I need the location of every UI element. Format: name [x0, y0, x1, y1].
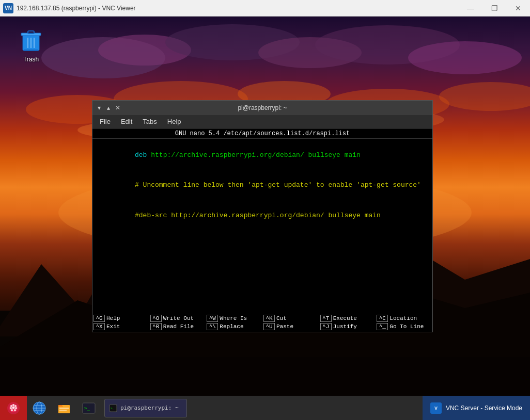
term-close-btn[interactable]: ✕ — [114, 104, 121, 112]
shortcut-replace-key: ^\ — [207, 323, 218, 330]
nano-line-2: # Uncomment line below then 'apt-get upd… — [95, 170, 430, 201]
terminal-titlebar: ▾ ▴ ✕ pi@raspberrypi: ~ — [92, 101, 432, 115]
vnc-titlebar: VN 192.168.137.85 (raspberrypi) - VNC Vi… — [0, 0, 530, 17]
shortcut-replace-label: Replace — [220, 324, 243, 330]
shortcut-execute[interactable]: ^T Execute — [319, 314, 376, 322]
shortcut-execute-key: ^T — [320, 315, 332, 322]
shortcut-gotoline-key: ^_ — [377, 323, 388, 330]
terminal-task-label: pi@raspberrypi: ~ — [120, 405, 179, 411]
svg-point-37 — [15, 407, 17, 409]
task-terminal-icon: >_ — [109, 404, 117, 412]
nano-line-3-text: #deb-src http://archive.raspberrypi.org/… — [135, 212, 381, 219]
shortcut-paste[interactable]: ^U Paste — [262, 322, 319, 331]
shortcut-whereis[interactable]: ^W Where Is — [206, 314, 262, 322]
svg-text:>_: >_ — [111, 406, 115, 410]
nano-line-1: deb http://archive.raspberrypi.org/debia… — [95, 140, 430, 170]
shortcut-gotoline[interactable]: ^_ Go To Line — [376, 322, 432, 331]
nano-line-3: #deb-src http://archive.raspberrypi.org/… — [95, 200, 430, 227]
shortcut-justify-key: ^J — [320, 323, 332, 330]
shortcut-help-key: ^G — [93, 315, 105, 322]
nano-line-1-part2: http://archive.raspberrypi.org/debian/ b… — [151, 151, 361, 159]
minimize-button[interactable]: — — [459, 0, 482, 17]
shortcut-paste-label: Paste — [276, 324, 293, 330]
filemanager-button[interactable] — [52, 396, 76, 420]
vnc-title: 192.168.137.85 (raspberrypi) - VNC Viewe… — [17, 5, 459, 12]
taskbar: >_ >_ pi@raspberrypi: ~ V VNC Server - S… — [0, 396, 530, 420]
desktop: Trash ▾ ▴ ✕ pi@raspberrypi: ~ File Edit … — [0, 17, 530, 396]
browser-icon — [32, 401, 46, 415]
shortcut-exit[interactable]: ^X Exit — [92, 322, 149, 331]
nano-line-2-text: # Uncomment line below then 'apt-get upd… — [135, 181, 421, 189]
term-maximize-btn[interactable]: ▴ — [105, 104, 112, 112]
shortcut-location[interactable]: ^C Location — [376, 314, 432, 322]
shortcut-writeout-label: Write Out — [163, 315, 194, 321]
nano-footer: ^G Help ^O Write Out ^W Where Is ^K Cut — [92, 313, 432, 332]
menu-tabs[interactable]: Tabs — [137, 118, 162, 125]
maximize-button[interactable]: ❐ — [482, 0, 506, 17]
shortcut-execute-label: Execute — [333, 315, 357, 321]
shortcut-gotoline-label: Go To Line — [389, 324, 424, 330]
shortcut-whereis-key: ^W — [207, 315, 218, 322]
nano-shortcut-row-2: ^X Exit ^R Read File ^\ Replace ^U Paste — [92, 322, 432, 331]
close-button[interactable]: ✕ — [506, 0, 530, 17]
nano-editor[interactable]: GNU nano 5.4 /etc/apt/sources.list.d/ras… — [92, 128, 432, 332]
shortcut-help[interactable]: ^G Help — [92, 314, 149, 322]
shortcut-whereis-label: Where Is — [220, 315, 247, 321]
raspberry-menu-button[interactable] — [0, 396, 27, 420]
shortcut-cut-key: ^K — [263, 315, 275, 322]
terminal-menubar: File Edit Tabs Help — [92, 115, 432, 128]
trash-icon-svg — [19, 27, 43, 54]
vnc-server-text: VNC Server - Service Mode — [446, 405, 522, 412]
nano-header: GNU nano 5.4 /etc/apt/sources.list.d/ras… — [92, 128, 432, 139]
svg-text:>_: >_ — [84, 406, 90, 411]
shortcut-justify[interactable]: ^J Justify — [319, 322, 376, 331]
svg-point-38 — [11, 409, 13, 411]
svg-point-35 — [10, 407, 12, 409]
svg-rect-19 — [0, 357, 530, 396]
svg-point-36 — [12, 406, 15, 409]
shortcut-writeout[interactable]: ^O Write Out — [149, 314, 206, 322]
vnc-server-label[interactable]: V VNC Server - Service Mode — [423, 396, 530, 420]
svg-rect-47 — [59, 408, 69, 409]
svg-rect-48 — [59, 410, 67, 411]
vnc-logo: VN — [3, 3, 13, 13]
shortcut-justify-label: Justify — [333, 324, 357, 330]
nano-empty-space — [92, 227, 432, 313]
trash-icon[interactable]: Trash — [13, 27, 49, 63]
browser-button[interactable] — [27, 396, 52, 420]
svg-point-33 — [12, 404, 14, 406]
svg-point-34 — [14, 405, 17, 407]
shortcut-writeout-key: ^O — [150, 315, 162, 322]
shortcut-help-label: Help — [106, 315, 120, 321]
nano-line-1-part1: deb — [135, 151, 151, 159]
svg-rect-29 — [24, 50, 38, 51]
menu-help[interactable]: Help — [162, 118, 186, 125]
shortcut-cut-label: Cut — [276, 315, 287, 321]
terminal-task-button[interactable]: >_ pi@raspberrypi: ~ — [101, 396, 190, 420]
svg-rect-28 — [28, 31, 34, 34]
shortcut-exit-key: ^X — [93, 323, 105, 330]
terminal-title: pi@raspberrypi: ~ — [121, 104, 403, 111]
term-minimize-btn[interactable]: ▾ — [96, 104, 103, 112]
terminal-window: ▾ ▴ ✕ pi@raspberrypi: ~ File Edit Tabs H… — [92, 100, 433, 332]
shortcut-cut[interactable]: ^K Cut — [262, 314, 319, 322]
nano-content[interactable]: deb http://archive.raspberrypi.org/debia… — [92, 139, 432, 227]
shortcut-location-key: ^C — [377, 315, 388, 322]
vnc-server-logo: V — [430, 402, 442, 414]
raspberry-icon — [6, 401, 21, 415]
shortcut-readfile[interactable]: ^R Read File — [149, 322, 206, 331]
svg-point-6 — [408, 41, 522, 74]
filemanager-icon — [57, 401, 71, 415]
shortcut-readfile-key: ^R — [150, 323, 162, 330]
terminal-icon: >_ — [82, 401, 96, 415]
menu-file[interactable]: File — [95, 118, 116, 125]
window-controls: — ❐ ✕ — [459, 0, 530, 16]
shortcut-paste-key: ^U — [263, 323, 275, 330]
shortcut-location-label: Location — [389, 315, 417, 321]
shortcut-replace[interactable]: ^\ Replace — [206, 322, 262, 331]
shortcut-exit-label: Exit — [106, 324, 120, 330]
menu-edit[interactable]: Edit — [116, 118, 137, 125]
terminal-button[interactable]: >_ — [76, 396, 101, 420]
svg-point-39 — [14, 409, 16, 411]
trash-label: Trash — [23, 56, 39, 63]
